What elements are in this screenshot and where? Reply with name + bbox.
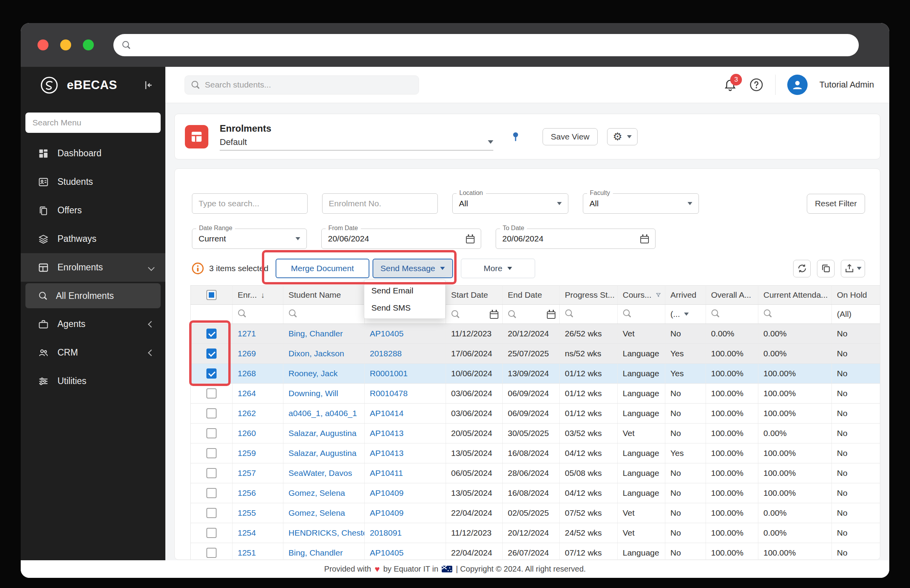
sidebar-item-enrolments[interactable]: Enrolments bbox=[21, 253, 165, 282]
faculty-select[interactable]: Faculty All bbox=[583, 193, 699, 214]
student-name-link[interactable]: Gomez, Selena bbox=[288, 508, 345, 517]
location-select[interactable]: Location All bbox=[452, 193, 568, 214]
merge-document-button[interactable]: Merge Document bbox=[276, 259, 369, 278]
filter-on-hold[interactable]: (All) bbox=[832, 305, 881, 324]
sidebar-item-dashboard[interactable]: Dashboard bbox=[21, 139, 165, 168]
enrolment-link[interactable]: 1259 bbox=[238, 449, 256, 458]
filter-end-date[interactable] bbox=[503, 305, 560, 324]
table-row[interactable]: 1254 HENDRICKS, Chester 2018091 11/12/20… bbox=[191, 523, 881, 543]
student-name-link[interactable]: Bing, Chandler bbox=[288, 329, 343, 338]
filter-current-attendance[interactable] bbox=[758, 305, 832, 324]
offer-number-link[interactable]: 2018091 bbox=[370, 528, 402, 537]
row-checkbox[interactable] bbox=[206, 468, 217, 478]
table-row[interactable]: 1251 Bing, Chandler AP10405 22/04/2024 2… bbox=[191, 543, 881, 560]
close-window-button[interactable] bbox=[38, 39, 48, 50]
avatar[interactable] bbox=[787, 75, 808, 95]
student-name-link[interactable]: Bing, Chandler bbox=[288, 548, 343, 557]
student-name-link[interactable]: Salazar, Augustina bbox=[288, 429, 356, 438]
col-header-course[interactable]: Cours... bbox=[618, 286, 665, 305]
sidebar-item-students[interactable]: Students bbox=[21, 168, 165, 196]
offer-number-link[interactable]: AP10409 bbox=[370, 508, 403, 517]
student-name-link[interactable]: Salazar, Augustina bbox=[288, 449, 356, 458]
col-header-progress[interactable]: Progress St... bbox=[560, 286, 618, 305]
student-name-link[interactable]: SeaWater, Davos bbox=[288, 468, 352, 477]
enrolment-link[interactable]: 1269 bbox=[238, 349, 256, 358]
filter-progress[interactable] bbox=[560, 305, 618, 324]
offer-number-link[interactable]: AP10405 bbox=[370, 548, 403, 557]
refresh-button[interactable] bbox=[793, 260, 811, 277]
table-row[interactable]: 1269 Dixon, Jackson 2018288 17/06/2024 2… bbox=[191, 344, 881, 364]
user-name[interactable]: Tutorial Admin bbox=[819, 80, 874, 90]
offer-number-link[interactable]: AP10413 bbox=[370, 449, 403, 458]
enrolment-link[interactable]: 1255 bbox=[238, 508, 256, 517]
table-row[interactable]: 1268 Rooney, Jack R0001001 10/06/2024 13… bbox=[191, 364, 881, 384]
col-header-on-hold[interactable]: On Hold bbox=[832, 286, 881, 305]
to-date-input[interactable]: To Date 20/06/2024 bbox=[496, 229, 656, 249]
student-name-link[interactable]: Dixon, Jackson bbox=[288, 349, 344, 358]
filter-arrived[interactable]: (... bbox=[665, 305, 706, 324]
offer-number-link[interactable]: AP10405 bbox=[370, 329, 403, 338]
col-header-start-date[interactable]: Start Date bbox=[446, 286, 503, 305]
student-name-link[interactable]: Gomez, Selena bbox=[288, 488, 345, 497]
col-header-student-name[interactable]: Student Name bbox=[283, 286, 365, 305]
filter-course[interactable] bbox=[618, 305, 665, 324]
row-checkbox[interactable] bbox=[206, 448, 217, 458]
enrolment-link[interactable]: 1262 bbox=[238, 409, 256, 418]
row-checkbox[interactable] bbox=[206, 508, 217, 518]
sidebar-item-offers[interactable]: Offers bbox=[21, 196, 165, 225]
table-row[interactable]: 1260 Salazar, Augustina AP10413 20/05/20… bbox=[191, 424, 881, 443]
table-row[interactable]: 1257 SeaWater, Davos AP10411 06/05/2024 … bbox=[191, 463, 881, 483]
select-all-checkbox[interactable] bbox=[206, 290, 217, 300]
copy-button[interactable] bbox=[817, 260, 835, 277]
col-header-current-attendance[interactable]: Current Attenda... bbox=[758, 286, 832, 305]
row-checkbox[interactable] bbox=[206, 349, 217, 359]
date-range-select[interactable]: Date Range Current bbox=[192, 229, 307, 249]
export-button[interactable] bbox=[841, 260, 865, 277]
offer-number-link[interactable]: AP10414 bbox=[370, 409, 403, 418]
offer-number-link[interactable]: R0001001 bbox=[370, 369, 408, 378]
view-select[interactable]: Default bbox=[220, 137, 493, 150]
filter-enrolment[interactable] bbox=[233, 305, 283, 324]
row-checkbox[interactable] bbox=[206, 528, 217, 538]
offer-number-link[interactable]: 2018288 bbox=[370, 349, 402, 358]
sidebar-item-crm[interactable]: CRM bbox=[21, 338, 165, 367]
student-search-input[interactable] bbox=[205, 80, 412, 89]
pin-view-button[interactable] bbox=[510, 131, 521, 143]
enrolment-link[interactable]: 1257 bbox=[238, 468, 256, 477]
row-checkbox[interactable] bbox=[206, 388, 217, 399]
from-date-input[interactable]: From Date 20/06/2024 bbox=[321, 229, 481, 249]
student-name-link[interactable]: a0406_1, a0406_1 bbox=[288, 409, 357, 418]
table-row[interactable]: 1255 Gomez, Selena AP10409 22/04/2024 02… bbox=[191, 503, 881, 523]
col-header-end-date[interactable]: End Date bbox=[503, 286, 560, 305]
browser-address-bar[interactable] bbox=[113, 34, 859, 56]
enrolment-no-input[interactable] bbox=[322, 193, 438, 214]
table-row[interactable]: 1271 Bing, Chandler AP10405 11/12/2023 2… bbox=[191, 324, 881, 344]
offer-number-link[interactable]: AP10413 bbox=[370, 429, 403, 438]
row-checkbox[interactable] bbox=[206, 488, 217, 498]
reset-filter-button[interactable]: Reset Filter bbox=[807, 194, 865, 214]
help-button[interactable] bbox=[749, 78, 763, 92]
more-button[interactable]: More bbox=[461, 259, 535, 278]
enrolment-link[interactable]: 1264 bbox=[238, 389, 256, 398]
select-all-header[interactable] bbox=[191, 286, 233, 305]
sidebar-item-utilities[interactable]: Utilities bbox=[21, 367, 165, 395]
minimize-window-button[interactable] bbox=[60, 39, 71, 50]
student-name-link[interactable]: Rooney, Jack bbox=[288, 369, 338, 378]
collapse-sidebar-button[interactable] bbox=[142, 79, 154, 91]
save-view-button[interactable]: Save View bbox=[543, 128, 598, 145]
offer-number-link[interactable]: AP10411 bbox=[370, 468, 403, 477]
zoom-window-button[interactable] bbox=[83, 39, 94, 50]
quick-search-input[interactable] bbox=[192, 193, 308, 214]
filter-student-name[interactable] bbox=[283, 305, 365, 324]
row-checkbox[interactable] bbox=[206, 368, 217, 379]
enrolment-link[interactable]: 1271 bbox=[238, 329, 256, 338]
offer-number-link[interactable]: AP10409 bbox=[370, 488, 403, 497]
table-row[interactable]: 1262 a0406_1, a0406_1 AP10414 03/06/2024… bbox=[191, 404, 881, 424]
notifications-button[interactable]: 3 bbox=[723, 77, 738, 92]
sidebar-search-input[interactable] bbox=[25, 113, 161, 133]
send-message-button[interactable]: Send Message bbox=[373, 259, 453, 278]
menu-item-send-email[interactable]: Send Email bbox=[364, 282, 445, 299]
row-checkbox[interactable] bbox=[206, 408, 217, 418]
row-checkbox[interactable] bbox=[206, 329, 217, 339]
filter-start-date[interactable] bbox=[446, 305, 503, 324]
